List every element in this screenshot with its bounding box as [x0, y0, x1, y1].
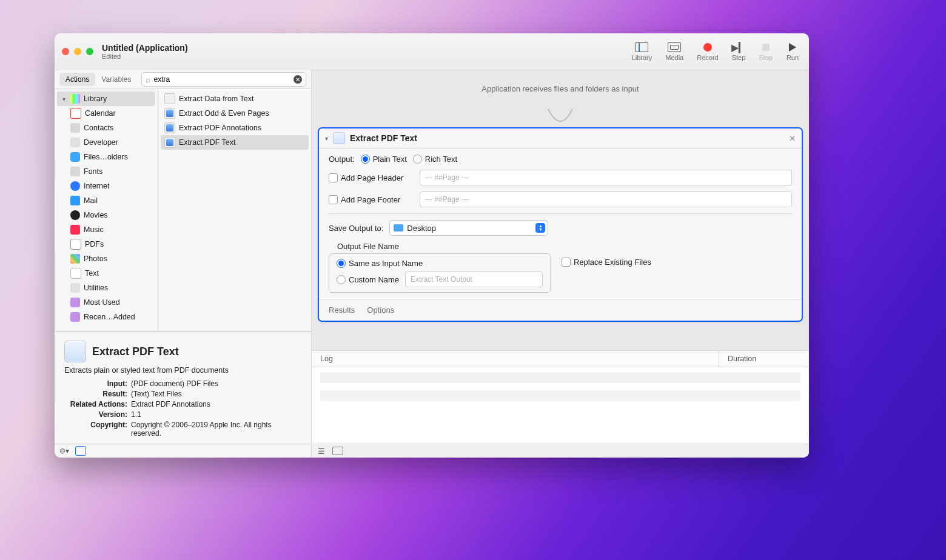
radio-custom-name[interactable]: Custom Name — [337, 275, 399, 284]
log-row — [320, 390, 800, 401]
disclosure-icon[interactable]: ▾ — [61, 96, 67, 102]
search-icon: ⌕ — [146, 75, 150, 84]
category-calendar[interactable]: Calendar — [55, 106, 158, 121]
card-results-button[interactable]: Results — [329, 305, 355, 315]
clear-search-icon[interactable]: ✕ — [294, 75, 302, 84]
radio-same-as-input[interactable]: Same as Input Name — [337, 259, 543, 268]
category-movies[interactable]: Movies — [55, 208, 158, 222]
category-library[interactable]: ▾Library — [57, 92, 155, 106]
category-mail[interactable]: Mail — [55, 193, 158, 208]
category-internet[interactable]: Internet — [55, 179, 158, 193]
action-extract-pdf-annotations[interactable]: Extract PDF Annotations — [158, 121, 311, 135]
radio-rich-text[interactable]: Rich Text — [413, 155, 457, 164]
log-row — [320, 372, 800, 383]
workflow-flow[interactable]: ▾ Extract PDF Text ✕ Output: Plain Text … — [312, 107, 809, 350]
category-text[interactable]: Text — [55, 266, 158, 281]
stop-icon — [762, 44, 770, 51]
finder-icon — [70, 152, 80, 162]
toolbar: Library Media Record ▶▎ Step Stop Run — [632, 42, 802, 61]
toolbar-record-button[interactable]: Record — [697, 42, 718, 61]
title-block: Untitled (Application) Edited — [102, 43, 188, 60]
category-pdfs[interactable]: PDFs — [55, 237, 158, 252]
action-detail-title: Extract PDF Text — [92, 345, 179, 358]
library-panel: Actions Variables ⌕ ✕ ▾Library Calendar … — [55, 70, 312, 458]
internet-icon — [70, 181, 80, 191]
card-title: Extract PDF Text — [350, 133, 417, 143]
radio-plain-text[interactable]: Plain Text — [361, 155, 407, 164]
action-icon — [164, 93, 175, 104]
action-extract-odd-even-pages[interactable]: Extract Odd & Even Pages — [158, 106, 311, 121]
card-header[interactable]: ▾ Extract PDF Text ✕ — [319, 128, 802, 148]
status-menu-icon[interactable]: ⊖▾ — [59, 447, 69, 455]
tab-actions[interactable]: Actions — [59, 73, 95, 86]
category-music[interactable]: Music — [55, 222, 158, 237]
action-extract-pdf-text[interactable]: Extract PDF Text — [161, 135, 309, 150]
flow-view-icon[interactable] — [332, 447, 343, 455]
action-card-extract-pdf-text[interactable]: ▾ Extract PDF Text ✕ Output: Plain Text … — [318, 127, 803, 322]
search-field[interactable]: ⌕ ✕ — [141, 72, 307, 87]
list-view-icon[interactable]: ☰ — [318, 447, 325, 456]
category-most-used[interactable]: Most Used — [55, 295, 158, 310]
card-footer: Results Options — [319, 299, 802, 321]
filter-bar: Actions Variables ⌕ ✕ — [55, 70, 311, 89]
save-output-label: Save Output to: — [329, 224, 383, 233]
page-footer-field[interactable]: --- ##Page --- — [420, 192, 792, 207]
zoom-window-icon[interactable] — [86, 48, 93, 55]
tab-variables[interactable]: Variables — [95, 73, 137, 86]
duration-column-header[interactable]: Duration — [719, 351, 809, 367]
smart-folder-icon — [70, 298, 80, 307]
music-icon — [70, 225, 80, 235]
movies-icon — [70, 210, 80, 220]
library-tabs: Actions Variables — [59, 73, 138, 86]
toolbar-step-button[interactable]: ▶▎ Step — [732, 42, 746, 61]
window-title: Untitled (Application) — [102, 43, 188, 53]
window-subtitle: Edited — [102, 53, 188, 60]
output-label: Output: — [329, 155, 355, 164]
fonts-icon — [70, 167, 80, 176]
action-icon — [333, 132, 345, 144]
titlebar: Untitled (Application) Edited Library Me… — [55, 33, 809, 70]
category-recently-added[interactable]: Recen…Added — [55, 310, 158, 324]
log-column-header[interactable]: Log — [312, 351, 719, 367]
category-photos[interactable]: Photos — [55, 252, 158, 266]
automator-window: Untitled (Application) Edited Library Me… — [55, 33, 809, 458]
remove-action-icon[interactable]: ✕ — [789, 134, 796, 143]
minimize-window-icon[interactable] — [74, 48, 81, 55]
custom-name-field[interactable]: Extract Text Output — [405, 272, 543, 287]
action-detail: Extract PDF Text Extracts plain or style… — [55, 332, 311, 444]
log-rows — [312, 367, 809, 444]
action-detail-icon — [64, 341, 86, 362]
page-header-field[interactable]: --- ##Page --- — [420, 170, 792, 185]
smart-folder-icon — [70, 312, 80, 322]
collapse-icon[interactable]: ▾ — [325, 135, 328, 142]
action-detail-description: Extracts plain or styled text from PDF d… — [64, 366, 301, 375]
checkbox-add-page-header[interactable]: Add Page Header — [329, 173, 414, 182]
category-fonts[interactable]: Fonts — [55, 164, 158, 179]
action-icon — [164, 122, 175, 133]
contacts-icon — [70, 123, 80, 133]
media-icon — [668, 42, 681, 52]
action-extract-data-from-text[interactable]: Extract Data from Text — [158, 92, 311, 106]
category-utilities[interactable]: Utilities — [55, 281, 158, 295]
checkbox-replace-existing[interactable]: Replace Existing Files — [562, 258, 651, 267]
text-icon — [70, 268, 81, 279]
category-files-folders[interactable]: Files…olders — [55, 150, 158, 164]
folder-icon — [394, 224, 403, 232]
card-options-button[interactable]: Options — [367, 305, 394, 315]
status-view-icon[interactable] — [75, 446, 86, 456]
category-list[interactable]: ▾Library Calendar Contacts Developer Fil… — [55, 89, 158, 331]
checkbox-add-page-footer[interactable]: Add Page Footer — [329, 195, 414, 204]
action-list[interactable]: Extract Data from Text Extract Odd & Eve… — [158, 89, 311, 331]
toolbar-run-button[interactable]: Run — [786, 42, 799, 61]
save-output-popup[interactable]: Desktop ▲▼ — [389, 220, 548, 236]
category-developer[interactable]: Developer — [55, 135, 158, 150]
toolbar-stop-button: Stop — [759, 42, 773, 61]
window-controls — [62, 48, 93, 55]
category-contacts[interactable]: Contacts — [55, 121, 158, 135]
close-window-icon[interactable] — [62, 48, 69, 55]
toolbar-media-button[interactable]: Media — [665, 42, 683, 61]
developer-icon — [70, 138, 80, 147]
search-input[interactable] — [153, 75, 294, 84]
photos-icon — [70, 254, 80, 264]
toolbar-library-button[interactable]: Library — [632, 42, 652, 61]
